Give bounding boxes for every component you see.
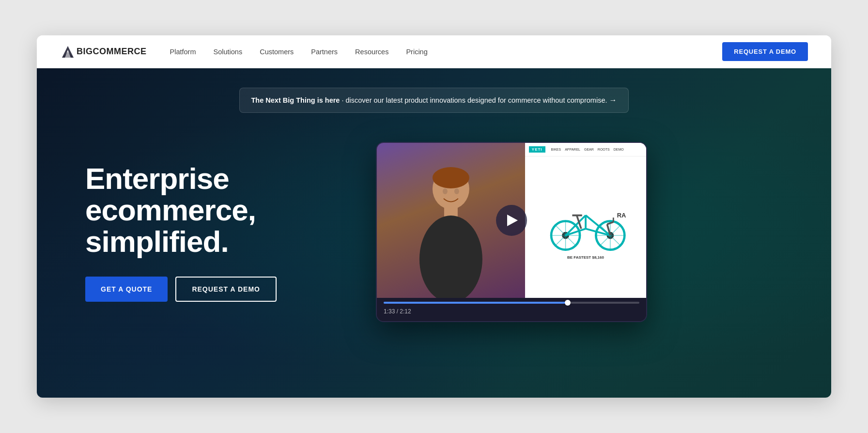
nav-link-partners[interactable]: Partners — [311, 48, 338, 56]
request-demo-hero-button[interactable]: REQUEST A DEMO — [175, 277, 277, 302]
nav-link-solutions[interactable]: Solutions — [214, 48, 243, 56]
get-quote-button[interactable]: GET A QUOTE — [85, 277, 168, 302]
logo-text: BIGCOMMERCE — [77, 46, 147, 57]
logo[interactable]: BIGCOMMERCE — [60, 44, 147, 60]
hero-headline: Enterprise ecommerce, simplified. — [85, 163, 337, 257]
request-demo-nav-button[interactable]: REQUEST A DEMO — [722, 42, 808, 61]
announcement-arrow: → — [609, 96, 617, 104]
bigcommerce-logo-icon — [60, 44, 76, 60]
nav-link-pricing[interactable]: Pricing — [406, 48, 427, 56]
nav-link-customers[interactable]: Customers — [260, 48, 294, 56]
hero-buttons: GET A QUOTE REQUEST A DEMO — [85, 277, 337, 302]
announcement-bar[interactable]: The Next Big Thing is here · discover ou… — [239, 88, 629, 113]
hero-section: The Next Big Thing is here · discover ou… — [37, 68, 831, 398]
announcement-text: The Next Big Thing is here · discover ou… — [251, 95, 617, 106]
nav-link-resources[interactable]: Resources — [355, 48, 388, 56]
play-overlay — [377, 143, 646, 298]
hero-content: Enterprise ecommerce, simplified. GET A … — [85, 142, 783, 322]
video-screen: YETI BIKES APPAREL GEAR ROOTS DEMO — [377, 143, 646, 298]
play-button[interactable] — [496, 205, 527, 236]
nav-links: Platform Solutions Customers Partners Re… — [170, 48, 723, 56]
browser-window: BIGCOMMERCE Platform Solutions Customers… — [37, 35, 831, 398]
navbar: BIGCOMMERCE Platform Solutions Customers… — [37, 35, 831, 68]
video-time: 1:33 / 2:12 — [384, 308, 411, 315]
video-player: YETI BIKES APPAREL GEAR ROOTS DEMO — [376, 142, 647, 322]
hero-right: YETI BIKES APPAREL GEAR ROOTS DEMO — [376, 142, 647, 322]
progress-bar[interactable] — [384, 302, 639, 304]
progress-fill — [384, 302, 568, 304]
hero-left: Enterprise ecommerce, simplified. GET A … — [85, 163, 337, 302]
play-icon — [507, 215, 518, 226]
announcement-bold: The Next Big Thing is here — [251, 96, 340, 104]
nav-link-platform[interactable]: Platform — [170, 48, 196, 56]
progress-thumb[interactable] — [565, 300, 571, 306]
video-controls: 1:33 / 2:12 — [377, 298, 646, 321]
